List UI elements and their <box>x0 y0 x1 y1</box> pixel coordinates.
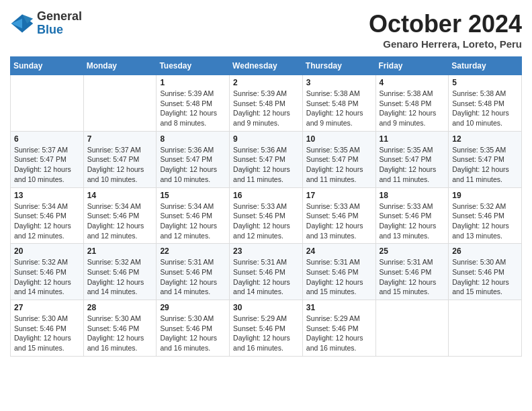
day-info: Sunrise: 5:32 AMSunset: 5:46 PMDaylight:… <box>87 257 153 297</box>
table-cell: 30Sunrise: 5:29 AMSunset: 5:46 PMDayligh… <box>230 300 303 357</box>
table-cell: 21Sunrise: 5:32 AMSunset: 5:46 PMDayligh… <box>83 244 157 300</box>
table-cell: 19Sunrise: 5:32 AMSunset: 5:46 PMDayligh… <box>449 187 522 244</box>
month-year-title: October 2024 <box>369 10 522 38</box>
day-info: Sunrise: 5:35 AMSunset: 5:47 PMDaylight:… <box>452 145 518 185</box>
table-cell: 16Sunrise: 5:33 AMSunset: 5:46 PMDayligh… <box>230 187 303 244</box>
day-info: Sunrise: 5:39 AMSunset: 5:48 PMDaylight:… <box>160 89 226 128</box>
day-number: 20 <box>14 246 80 256</box>
day-info: Sunrise: 5:30 AMSunset: 5:46 PMDaylight:… <box>452 257 518 297</box>
day-info: Sunrise: 5:30 AMSunset: 5:46 PMDaylight:… <box>160 314 226 353</box>
day-info: Sunrise: 5:36 AMSunset: 5:47 PMDaylight:… <box>160 145 226 185</box>
day-info: Sunrise: 5:31 AMSunset: 5:46 PMDaylight:… <box>233 257 299 297</box>
logo-text: General Blue <box>37 10 82 37</box>
table-cell: 17Sunrise: 5:33 AMSunset: 5:46 PMDayligh… <box>302 187 375 244</box>
table-cell: 18Sunrise: 5:33 AMSunset: 5:46 PMDayligh… <box>375 187 449 244</box>
table-cell: 6Sunrise: 5:37 AMSunset: 5:47 PMDaylight… <box>11 131 84 187</box>
table-cell: 10Sunrise: 5:35 AMSunset: 5:47 PMDayligh… <box>302 131 375 187</box>
day-number: 16 <box>233 191 299 200</box>
day-number: 22 <box>160 246 226 256</box>
day-info: Sunrise: 5:32 AMSunset: 5:46 PMDaylight:… <box>14 257 80 297</box>
table-cell: 23Sunrise: 5:31 AMSunset: 5:46 PMDayligh… <box>230 244 303 300</box>
day-number: 4 <box>380 78 445 87</box>
table-cell: 14Sunrise: 5:34 AMSunset: 5:46 PMDayligh… <box>83 187 157 244</box>
day-number: 28 <box>87 303 153 312</box>
day-number: 8 <box>160 134 226 144</box>
day-info: Sunrise: 5:38 AMSunset: 5:48 PMDaylight:… <box>452 89 518 128</box>
table-cell: 3Sunrise: 5:38 AMSunset: 5:48 PMDaylight… <box>302 75 375 132</box>
logo-blue: Blue <box>37 24 82 37</box>
table-cell: 12Sunrise: 5:35 AMSunset: 5:47 PMDayligh… <box>449 131 522 187</box>
day-info: Sunrise: 5:33 AMSunset: 5:46 PMDaylight:… <box>306 201 372 241</box>
day-number: 26 <box>452 246 518 256</box>
day-number: 23 <box>233 246 299 256</box>
day-info: Sunrise: 5:29 AMSunset: 5:46 PMDaylight:… <box>306 314 372 353</box>
page-header: General Blue October 2024 Genaro Herrera… <box>10 10 522 50</box>
day-number: 6 <box>14 134 80 144</box>
day-number: 31 <box>306 303 372 312</box>
calendar-week-3: 13Sunrise: 5:34 AMSunset: 5:46 PMDayligh… <box>11 187 522 244</box>
col-saturday: Saturday <box>449 57 522 75</box>
day-info: Sunrise: 5:35 AMSunset: 5:47 PMDaylight:… <box>380 145 445 185</box>
title-block: October 2024 Genaro Herrera, Loreto, Per… <box>369 10 522 50</box>
day-number: 19 <box>452 191 518 200</box>
day-info: Sunrise: 5:33 AMSunset: 5:46 PMDaylight:… <box>380 201 445 241</box>
day-number: 30 <box>233 303 299 312</box>
day-number: 13 <box>14 191 80 200</box>
table-cell <box>83 75 157 132</box>
day-number: 5 <box>452 78 518 87</box>
logo-icon <box>10 11 34 36</box>
col-tuesday: Tuesday <box>157 57 230 75</box>
day-number: 21 <box>87 246 153 256</box>
table-cell: 1Sunrise: 5:39 AMSunset: 5:48 PMDaylight… <box>157 75 230 132</box>
day-info: Sunrise: 5:39 AMSunset: 5:48 PMDaylight:… <box>233 89 299 128</box>
day-number: 11 <box>380 134 445 144</box>
day-info: Sunrise: 5:38 AMSunset: 5:48 PMDaylight:… <box>306 89 372 128</box>
table-cell: 11Sunrise: 5:35 AMSunset: 5:47 PMDayligh… <box>375 131 449 187</box>
day-number: 18 <box>380 191 445 200</box>
day-info: Sunrise: 5:30 AMSunset: 5:46 PMDaylight:… <box>87 314 153 353</box>
day-info: Sunrise: 5:38 AMSunset: 5:48 PMDaylight:… <box>380 89 445 128</box>
location-subtitle: Genaro Herrera, Loreto, Peru <box>369 38 522 50</box>
calendar-week-1: 1Sunrise: 5:39 AMSunset: 5:48 PMDaylight… <box>11 75 522 132</box>
col-sunday: Sunday <box>11 57 84 75</box>
day-number: 14 <box>87 191 153 200</box>
day-info: Sunrise: 5:31 AMSunset: 5:46 PMDaylight:… <box>306 257 372 297</box>
table-cell: 28Sunrise: 5:30 AMSunset: 5:46 PMDayligh… <box>83 300 157 357</box>
col-friday: Friday <box>375 57 449 75</box>
calendar-week-4: 20Sunrise: 5:32 AMSunset: 5:46 PMDayligh… <box>11 244 522 300</box>
day-info: Sunrise: 5:34 AMSunset: 5:46 PMDaylight:… <box>160 201 226 241</box>
day-info: Sunrise: 5:35 AMSunset: 5:47 PMDaylight:… <box>306 145 372 185</box>
table-cell: 4Sunrise: 5:38 AMSunset: 5:48 PMDaylight… <box>375 75 449 132</box>
table-cell <box>11 75 84 132</box>
day-number: 9 <box>233 134 299 144</box>
day-number: 3 <box>306 78 372 87</box>
day-number: 2 <box>233 78 299 87</box>
table-cell: 9Sunrise: 5:36 AMSunset: 5:47 PMDaylight… <box>230 131 303 187</box>
table-cell: 24Sunrise: 5:31 AMSunset: 5:46 PMDayligh… <box>302 244 375 300</box>
day-number: 27 <box>14 303 80 312</box>
day-info: Sunrise: 5:36 AMSunset: 5:47 PMDaylight:… <box>233 145 299 185</box>
table-cell: 31Sunrise: 5:29 AMSunset: 5:46 PMDayligh… <box>302 300 375 357</box>
col-monday: Monday <box>83 57 157 75</box>
day-info: Sunrise: 5:37 AMSunset: 5:47 PMDaylight:… <box>14 145 80 185</box>
calendar-week-5: 27Sunrise: 5:30 AMSunset: 5:46 PMDayligh… <box>11 300 522 357</box>
table-cell: 26Sunrise: 5:30 AMSunset: 5:46 PMDayligh… <box>449 244 522 300</box>
calendar-header-row: Sunday Monday Tuesday Wednesday Thursday… <box>11 57 522 75</box>
table-cell: 27Sunrise: 5:30 AMSunset: 5:46 PMDayligh… <box>11 300 84 357</box>
day-info: Sunrise: 5:34 AMSunset: 5:46 PMDaylight:… <box>14 201 80 241</box>
logo-general: General <box>37 10 82 24</box>
table-cell: 2Sunrise: 5:39 AMSunset: 5:48 PMDaylight… <box>230 75 303 132</box>
col-wednesday: Wednesday <box>230 57 303 75</box>
table-cell: 7Sunrise: 5:37 AMSunset: 5:47 PMDaylight… <box>83 131 157 187</box>
day-number: 29 <box>160 303 226 312</box>
table-cell: 25Sunrise: 5:31 AMSunset: 5:46 PMDayligh… <box>375 244 449 300</box>
day-number: 12 <box>452 134 518 144</box>
day-info: Sunrise: 5:32 AMSunset: 5:46 PMDaylight:… <box>452 201 518 241</box>
logo: General Blue <box>10 10 82 37</box>
day-number: 24 <box>306 246 372 256</box>
day-number: 7 <box>87 134 153 144</box>
day-number: 15 <box>160 191 226 200</box>
table-cell: 29Sunrise: 5:30 AMSunset: 5:46 PMDayligh… <box>157 300 230 357</box>
day-info: Sunrise: 5:34 AMSunset: 5:46 PMDaylight:… <box>87 201 153 241</box>
day-info: Sunrise: 5:33 AMSunset: 5:46 PMDaylight:… <box>233 201 299 241</box>
